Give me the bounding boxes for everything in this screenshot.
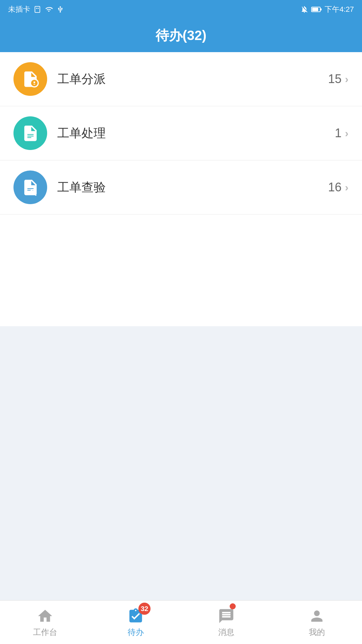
home-icon bbox=[36, 607, 54, 625]
dispatch-label: 工单分派 bbox=[57, 71, 328, 87]
status-right: 下午4:27 bbox=[300, 4, 354, 14]
dispatch-count: 15 bbox=[328, 72, 341, 86]
bottom-nav: 工作台 32 待办 消息 我的 bbox=[0, 600, 362, 644]
messages-badge-dot bbox=[230, 603, 236, 609]
list-item-dispatch[interactable]: 工单分派 15 › bbox=[0, 52, 362, 106]
svg-rect-5 bbox=[321, 8, 322, 10]
nav-item-mine[interactable]: 我的 bbox=[271, 601, 362, 644]
wifi-icon bbox=[44, 6, 53, 13]
dispatch-icon-container bbox=[13, 62, 47, 96]
inspect-count: 16 bbox=[328, 180, 341, 194]
page-title: 待办(32) bbox=[156, 26, 206, 45]
pending-label: 待办 bbox=[128, 627, 144, 638]
inspect-icon-container bbox=[13, 171, 47, 204]
process-label: 工单处理 bbox=[57, 125, 335, 142]
workbench-label: 工作台 bbox=[33, 627, 57, 638]
nav-item-messages[interactable]: 消息 bbox=[181, 601, 272, 644]
no-sim-text: 未插卡 bbox=[8, 4, 30, 14]
svg-rect-0 bbox=[35, 6, 40, 12]
svg-rect-2 bbox=[38, 8, 39, 9]
nav-item-pending[interactable]: 32 待办 bbox=[91, 601, 181, 644]
process-icon bbox=[21, 124, 40, 143]
status-bar: 未插卡 下午4:27 bbox=[0, 0, 362, 18]
nav-item-workbench[interactable]: 工作台 bbox=[0, 601, 91, 644]
messages-label: 消息 bbox=[218, 627, 234, 638]
mine-label: 我的 bbox=[309, 627, 325, 638]
inspect-chevron: › bbox=[345, 181, 349, 194]
bell-muted-icon bbox=[300, 5, 308, 13]
process-icon-container bbox=[13, 116, 47, 150]
dispatch-icon bbox=[21, 70, 40, 88]
inspect-icon bbox=[21, 178, 40, 197]
status-left: 未插卡 bbox=[8, 4, 64, 14]
inspect-label: 工单查验 bbox=[57, 179, 328, 196]
process-chevron: › bbox=[345, 127, 349, 140]
battery-icon bbox=[311, 6, 322, 13]
pending-badge: 32 bbox=[138, 603, 151, 615]
svg-rect-1 bbox=[36, 8, 37, 9]
svg-rect-4 bbox=[312, 8, 318, 11]
list-item-inspect[interactable]: 工单查验 16 › bbox=[0, 160, 362, 215]
process-count: 1 bbox=[335, 126, 341, 140]
empty-area bbox=[0, 326, 362, 600]
message-icon bbox=[218, 607, 235, 625]
usb-icon bbox=[57, 6, 64, 13]
time-text: 下午4:27 bbox=[325, 4, 354, 14]
dispatch-chevron: › bbox=[345, 73, 349, 85]
content-area: 工单分派 15 › 工单处理 1 › 工单查验 16 › bbox=[0, 52, 362, 326]
person-icon bbox=[308, 607, 326, 625]
header: 待办(32) bbox=[0, 18, 362, 52]
sim-icon bbox=[34, 6, 41, 13]
list-item-process[interactable]: 工单处理 1 › bbox=[0, 106, 362, 160]
